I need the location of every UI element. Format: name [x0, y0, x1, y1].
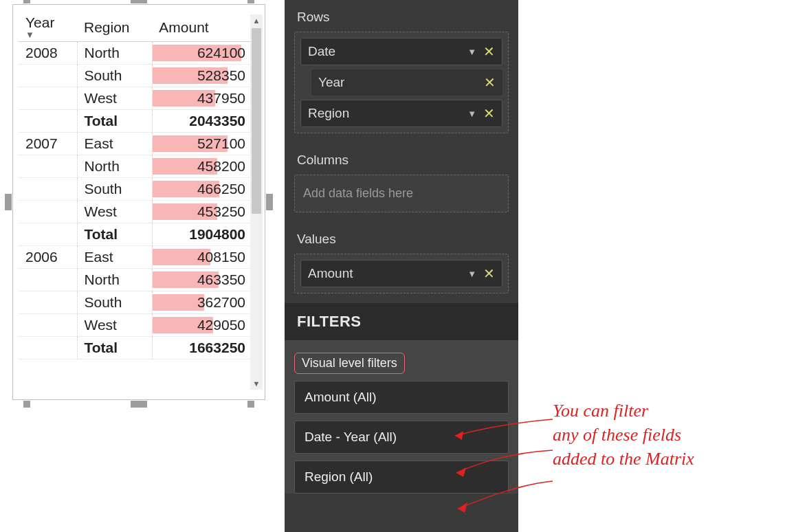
- cell-region: West: [77, 201, 152, 223]
- annotation-text: You can filter any of these fields added…: [553, 399, 800, 471]
- cell-amount: 408150: [152, 246, 252, 269]
- resize-handle-corner[interactable]: [23, 401, 30, 408]
- table-row[interactable]: South362700: [19, 291, 252, 314]
- cell-year: [19, 201, 77, 223]
- cell-region: South: [77, 291, 152, 314]
- values-well[interactable]: Amount▼✕: [294, 254, 509, 293]
- total-label: Total: [77, 110, 152, 133]
- cell-region: West: [77, 314, 152, 337]
- col-header-label: Year: [25, 14, 54, 30]
- table-row-total[interactable]: Total1663250: [19, 337, 252, 359]
- table-row[interactable]: West453250: [19, 201, 252, 223]
- cell-year: 2006: [19, 246, 77, 269]
- table-row[interactable]: North463350: [19, 269, 252, 291]
- columns-well-empty[interactable]: Add data fields here: [294, 175, 509, 212]
- table-row[interactable]: South466250: [19, 178, 252, 201]
- table-row[interactable]: North458200: [19, 155, 252, 178]
- matrix-visual-container[interactable]: Year ▼ Region Amount 2008North624100Sout…: [8, 0, 269, 404]
- chevron-down-icon[interactable]: ▼: [467, 47, 476, 57]
- scroll-down-icon[interactable]: ▼: [250, 377, 263, 390]
- col-header-region[interactable]: Region: [77, 10, 152, 42]
- close-icon[interactable]: ✕: [483, 109, 495, 118]
- cell-region: West: [77, 87, 152, 110]
- chevron-down-icon[interactable]: ▼: [467, 269, 476, 279]
- cell-year: [19, 87, 77, 110]
- filter-item[interactable]: Amount (All): [294, 381, 509, 414]
- sort-indicator-icon: ▼: [25, 30, 70, 40]
- filter-item[interactable]: Date - Year (All): [294, 421, 509, 454]
- annotation-line: any of these fields: [553, 423, 800, 447]
- vertical-scrollbar[interactable]: ▲ ▼: [250, 14, 263, 390]
- rows-section-label: Rows: [285, 0, 518, 32]
- field-pill-label: Region: [308, 106, 467, 121]
- cell-region: East: [77, 133, 152, 155]
- cell-amount: 437950: [152, 87, 252, 110]
- cell-amount: 624100: [152, 42, 252, 65]
- resize-handle-right[interactable]: [266, 194, 273, 210]
- table-row-total[interactable]: Total1904800: [19, 223, 252, 246]
- cell-amount: 429050: [152, 314, 252, 337]
- total-amount: 1663250: [152, 337, 252, 359]
- col-header-year[interactable]: Year ▼: [19, 10, 77, 42]
- cell-region: East: [77, 246, 152, 269]
- table-row[interactable]: 2007East527100: [19, 133, 252, 155]
- cell-amount: 528350: [152, 65, 252, 87]
- close-icon[interactable]: ✕: [484, 78, 496, 87]
- field-pill[interactable]: Region▼✕: [300, 100, 502, 127]
- field-pill-label: Year: [318, 75, 484, 90]
- cell-year: 2008: [19, 42, 77, 65]
- cell-year: [19, 178, 77, 201]
- table-row[interactable]: 2006East408150: [19, 246, 252, 269]
- annotation-line: added to the Matrix: [553, 447, 800, 471]
- table-row[interactable]: South528350: [19, 65, 252, 87]
- cell-year: [19, 155, 77, 178]
- field-pill[interactable]: Amount▼✕: [300, 260, 502, 287]
- table-row-total[interactable]: Total2043350: [19, 110, 252, 133]
- total-label: Total: [77, 223, 152, 246]
- resize-handle-top[interactable]: [131, 0, 147, 3]
- resize-handle-corner[interactable]: [247, 0, 254, 3]
- cell-year: [19, 65, 77, 87]
- field-pill-label: Amount: [308, 266, 467, 281]
- cell-year: [19, 269, 77, 291]
- columns-placeholder: Add data fields here: [303, 186, 413, 200]
- total-amount: 1904800: [152, 223, 252, 246]
- visual-level-filters-label[interactable]: Visual level filters: [294, 353, 405, 374]
- filters-area: Visual level filters Amount (All)Date - …: [285, 340, 518, 494]
- scroll-up-icon[interactable]: ▲: [250, 14, 263, 27]
- cell-year: [19, 291, 77, 314]
- cell-region: North: [77, 269, 152, 291]
- chevron-down-icon[interactable]: ▼: [467, 109, 476, 119]
- table-row[interactable]: 2008North624100: [19, 42, 252, 65]
- table-row[interactable]: West429050: [19, 314, 252, 337]
- cell-region: North: [77, 42, 152, 65]
- field-pill-label: Date: [308, 44, 467, 59]
- cell-region: South: [77, 65, 152, 87]
- scroll-thumb[interactable]: [252, 28, 261, 214]
- field-pill[interactable]: Date▼✕: [300, 38, 502, 65]
- total-label: Total: [77, 337, 152, 359]
- columns-section-label: Columns: [285, 143, 518, 175]
- total-amount: 2043350: [152, 110, 252, 133]
- cell-year: 2007: [19, 133, 77, 155]
- filter-item[interactable]: Region (All): [294, 461, 509, 494]
- rows-well[interactable]: Date▼✕Year✕Region▼✕: [294, 32, 509, 133]
- resize-handle-bottom[interactable]: [131, 401, 147, 408]
- resize-handle-corner[interactable]: [23, 0, 30, 3]
- resize-handle-left[interactable]: [5, 194, 12, 210]
- close-icon[interactable]: ✕: [483, 269, 495, 278]
- field-pill[interactable]: Year✕: [311, 69, 502, 96]
- filters-heading: FILTERS: [285, 303, 518, 340]
- col-header-amount[interactable]: Amount: [152, 10, 252, 42]
- cell-region: North: [77, 155, 152, 178]
- resize-handle-corner[interactable]: [247, 401, 254, 408]
- cell-amount: 362700: [152, 291, 252, 314]
- cell-amount: 463350: [152, 269, 252, 291]
- fields-pane: Rows Date▼✕Year✕Region▼✕ Columns Add dat…: [285, 0, 518, 532]
- matrix-visual[interactable]: Year ▼ Region Amount 2008North624100Sout…: [19, 10, 252, 395]
- cell-amount: 466250: [152, 178, 252, 201]
- cell-amount: 453250: [152, 201, 252, 223]
- cell-year: [19, 314, 77, 337]
- table-row[interactable]: West437950: [19, 87, 252, 110]
- close-icon[interactable]: ✕: [483, 47, 495, 56]
